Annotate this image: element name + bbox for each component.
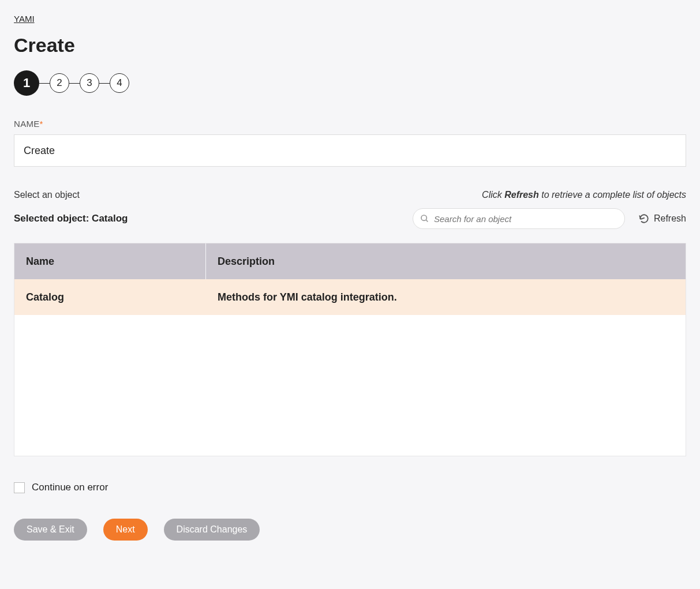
search-box[interactable] (413, 208, 625, 229)
step-3[interactable]: 3 (80, 73, 99, 93)
refresh-button-label: Refresh (654, 213, 686, 224)
page-title: Create (14, 34, 686, 57)
svg-line-1 (426, 220, 428, 222)
discard-changes-button[interactable]: Discard Changes (164, 519, 260, 541)
table-header: Name Description (14, 243, 686, 279)
search-input[interactable] (434, 214, 617, 224)
continue-on-error-label: Continue on error (32, 482, 108, 493)
footer-buttons: Save & Exit Next Discard Changes (14, 519, 686, 541)
refresh-button[interactable]: Refresh (639, 213, 686, 224)
continue-on-error-checkbox[interactable] (14, 482, 25, 493)
step-1[interactable]: 1 (14, 70, 39, 96)
table-header-description[interactable]: Description (206, 256, 686, 268)
step-connector (99, 83, 110, 84)
table-row[interactable]: Catalog Methods for YMI catalog integrat… (14, 279, 686, 315)
step-connector (39, 83, 50, 84)
name-field-label: NAME* (14, 119, 686, 129)
object-table: Name Description Catalog Methods for YMI… (14, 243, 686, 456)
required-indicator: * (40, 119, 43, 129)
next-button[interactable]: Next (103, 519, 148, 541)
table-header-name[interactable]: Name (14, 243, 206, 279)
breadcrumb-yami[interactable]: YAMI (14, 14, 35, 24)
save-exit-button[interactable]: Save & Exit (14, 519, 87, 541)
table-cell-name: Catalog (14, 291, 206, 303)
refresh-hint: Click Refresh to retrieve a complete lis… (482, 190, 686, 200)
step-2[interactable]: 2 (50, 73, 69, 93)
step-4[interactable]: 4 (110, 73, 129, 93)
select-object-label: Select an object (14, 190, 80, 200)
step-connector (69, 83, 80, 84)
name-input[interactable] (14, 134, 686, 167)
stepper: 1 2 3 4 (14, 70, 686, 96)
search-icon (420, 214, 429, 223)
table-cell-description: Methods for YMI catalog integration. (206, 291, 686, 303)
selected-object-label: Selected object: Catalog (14, 213, 128, 224)
refresh-icon (639, 213, 649, 224)
svg-point-0 (421, 215, 426, 220)
